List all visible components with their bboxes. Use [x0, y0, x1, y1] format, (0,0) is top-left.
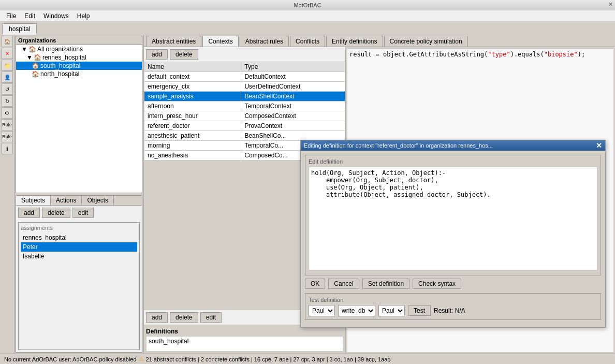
test-row: Paul write_db Paul Test Result: N/A	[309, 305, 597, 316]
test-select-1[interactable]: Paul	[309, 305, 335, 316]
code-editor[interactable]	[309, 167, 597, 270]
test-definition-group: Test definition Paul write_db Paul Test …	[305, 293, 601, 320]
test-definition-label: Test definition	[309, 297, 597, 303]
edit-definition-dialog: Editing definition for context "referent…	[300, 140, 606, 328]
modal-title: Editing definition for context "referent…	[304, 142, 493, 149]
test-button[interactable]: Test	[408, 305, 431, 316]
check-syntax-button[interactable]: Check syntax	[413, 279, 461, 289]
modal-overlay: Editing definition for context "referent…	[0, 0, 615, 364]
cancel-button[interactable]: Cancel	[328, 279, 359, 289]
modal-title-bar: Editing definition for context "referent…	[301, 140, 605, 151]
edit-definition-group: Edit definition	[305, 155, 601, 275]
result-text: Result: N/A	[434, 307, 465, 314]
test-select-3[interactable]: Paul	[378, 305, 405, 316]
modal-close-button[interactable]: ✕	[596, 141, 602, 150]
edit-definition-label: Edit definition	[309, 158, 597, 165]
modal-body: Edit definition OK Cancel Set definition…	[301, 151, 605, 327]
set-definition-button[interactable]: Set definition	[362, 279, 409, 289]
modal-button-row: OK Cancel Set definition Check syntax	[305, 279, 601, 289]
ok-button[interactable]: OK	[305, 279, 325, 289]
test-select-2[interactable]: write_db	[338, 305, 375, 316]
